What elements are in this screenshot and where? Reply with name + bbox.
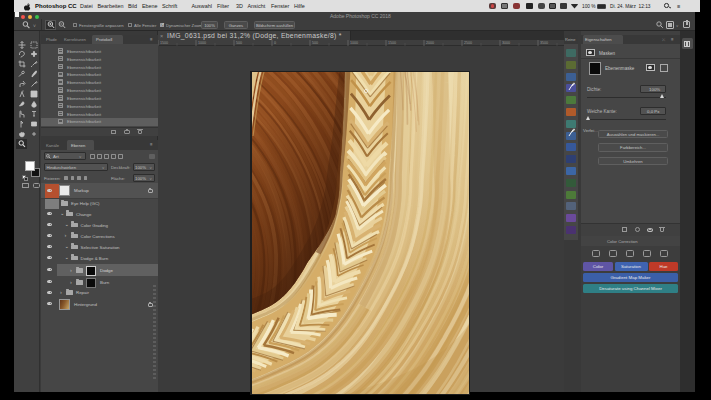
svg-text:500: 500 <box>236 41 242 45</box>
svg-text:3500: 3500 <box>540 41 548 45</box>
svg-text:3000: 3000 <box>502 41 510 45</box>
svg-text:1500: 1500 <box>388 41 396 45</box>
svg-text:1000: 1000 <box>198 41 206 45</box>
svg-text:0: 0 <box>274 41 276 45</box>
svg-text:1000: 1000 <box>350 41 358 45</box>
svg-text:2500: 2500 <box>464 41 472 45</box>
svg-text:2000: 2000 <box>426 41 434 45</box>
svg-text:500: 500 <box>312 41 318 45</box>
svg-text:1500: 1500 <box>160 41 168 45</box>
